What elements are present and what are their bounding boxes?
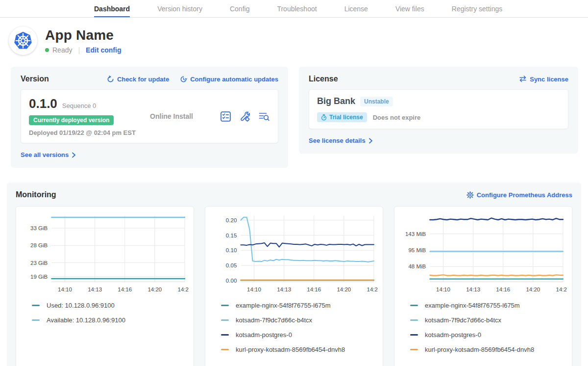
deploy-logs-icon xyxy=(258,111,270,122)
legend-color-dash xyxy=(410,319,418,321)
app-icon xyxy=(9,26,37,55)
see-license-details-link[interactable]: See license details xyxy=(309,137,373,144)
svg-text:14:16: 14:16 xyxy=(307,287,321,292)
chart-plot: 14:1014:1314:1614:2014:230.000.050.100.1… xyxy=(210,212,378,297)
chart-plot: 14:1014:1314:1614:2014:2348 MiB95 MiB143… xyxy=(399,212,567,297)
check-for-update-button[interactable]: Check for update xyxy=(107,76,169,83)
svg-text:14:20: 14:20 xyxy=(526,287,540,292)
svg-text:48 MiB: 48 MiB xyxy=(408,263,426,269)
refresh-icon xyxy=(107,76,114,83)
version-card-title: Version xyxy=(21,75,49,83)
legend-item: example-nginx-54f8f76755-l675m xyxy=(410,302,567,309)
ready-status-dot xyxy=(45,48,49,52)
svg-text:143 MiB: 143 MiB xyxy=(405,231,426,237)
svg-text:14:10: 14:10 xyxy=(247,287,261,292)
app-header: App Name Ready | Edit config xyxy=(9,26,577,55)
svg-text:19 GiB: 19 GiB xyxy=(30,274,48,280)
chevron-right-icon xyxy=(368,138,373,144)
legend-color-dash xyxy=(410,305,418,306)
legend-item: kurl-proxy-kotsadm-8569fb6454-dnvh8 xyxy=(410,346,567,353)
sync-license-button[interactable]: Sync license xyxy=(519,76,568,83)
schedule-update-icon xyxy=(180,76,187,83)
svg-text:14:13: 14:13 xyxy=(277,287,291,292)
license-card: License Sync license Big Bank Unstable xyxy=(299,67,578,154)
legend-label: kotsadm-postgres-0 xyxy=(236,331,292,339)
install-type: Online Install xyxy=(150,112,193,120)
svg-text:28 GiB: 28 GiB xyxy=(30,242,48,248)
tab-view-files[interactable]: View files xyxy=(395,0,424,17)
preflight-checks-button[interactable] xyxy=(220,111,231,122)
legend-item: example-nginx-54f8f76755-l675m xyxy=(221,302,378,309)
deployed-timestamp: Deployed 01/19/22 @ 02:04 pm EST xyxy=(29,129,143,136)
chart-line-kotsadm-postgres-0 xyxy=(430,218,563,220)
legend-label: kotsadm-postgres-0 xyxy=(425,331,481,339)
configure-automatic-updates-button[interactable]: Configure automatic updates xyxy=(180,76,278,83)
chart-title: Memory Usage xyxy=(399,361,567,366)
monitoring-section: Monitoring Configure Prometheus Address … xyxy=(7,183,581,366)
chart-card-memory-usage: 14:1014:1314:1614:2014:2348 MiB95 MiB143… xyxy=(394,206,572,366)
tab-dashboard[interactable]: Dashboard xyxy=(94,0,130,17)
svg-text:14:20: 14:20 xyxy=(337,287,351,292)
svg-text:0.20: 0.20 xyxy=(226,217,237,223)
monitoring-title: Monitoring xyxy=(16,190,56,199)
legend-item: kotsadm-postgres-0 xyxy=(410,331,567,339)
version-number: 0.1.0 xyxy=(29,96,57,111)
legend-color-dash xyxy=(221,349,229,350)
legend-label: kotsadm-7f9dc7d66c-b4tcx xyxy=(425,316,501,324)
sync-icon xyxy=(519,76,527,82)
legend-color-dash xyxy=(32,319,40,321)
tab-config[interactable]: Config xyxy=(230,0,249,17)
configure-prometheus-button[interactable]: Configure Prometheus Address xyxy=(466,191,572,199)
chart-legend: example-nginx-54f8f76755-l675mkotsadm-7f… xyxy=(210,302,378,361)
legend-color-dash xyxy=(410,334,418,336)
svg-text:14:10: 14:10 xyxy=(436,287,450,292)
tab-license[interactable]: License xyxy=(344,0,368,17)
view-deploy-logs-button[interactable] xyxy=(258,111,270,122)
chart-title: Disk Usage xyxy=(21,361,189,366)
svg-text:14:13: 14:13 xyxy=(466,287,480,292)
page-title: App Name xyxy=(45,27,121,43)
chart-card-disk-usage: 14:1014:1314:1614:2014:2319 GiB23 GiB28 … xyxy=(16,206,194,366)
legend-item: Used: 10.128.0.96:9100 xyxy=(32,302,189,309)
chevron-right-icon xyxy=(72,152,76,158)
legend-label: Available: 10.128.0.96:9100 xyxy=(47,316,125,324)
app-status: Ready xyxy=(52,46,72,54)
chart-legend: Used: 10.128.0.96:9100Available: 10.128.… xyxy=(21,302,189,331)
svg-text:14:23: 14:23 xyxy=(177,287,189,292)
svg-text:14:16: 14:16 xyxy=(496,287,510,292)
legend-color-dash xyxy=(221,319,229,321)
customer-name: Big Bank xyxy=(317,96,355,106)
legend-item: Available: 10.128.0.96:9100 xyxy=(32,316,189,324)
edit-config-link[interactable]: Edit config xyxy=(86,46,121,54)
tab-registry-settings[interactable]: Registry settings xyxy=(452,0,502,17)
svg-text:14:10: 14:10 xyxy=(58,287,72,292)
legend-label: kotsadm-7f9dc7d66c-b4tcx xyxy=(236,316,312,324)
edit-config-version-button[interactable] xyxy=(239,111,250,122)
tab-troubleshoot[interactable]: Troubleshoot xyxy=(277,0,317,17)
svg-text:14:20: 14:20 xyxy=(147,287,162,292)
chart-card-cpu-usage: 14:1014:1314:1614:2014:230.000.050.100.1… xyxy=(205,206,383,366)
svg-text:33 GiB: 33 GiB xyxy=(30,225,48,231)
svg-text:14:23: 14:23 xyxy=(556,287,567,292)
legend-color-dash xyxy=(410,349,418,350)
version-card: Version Check for update Configure autom… xyxy=(11,67,288,168)
top-nav: DashboardVersion historyConfigTroublesho… xyxy=(0,0,588,18)
svg-text:0.10: 0.10 xyxy=(226,247,237,253)
legend-label: example-nginx-54f8f76755-l675m xyxy=(425,302,520,309)
stopwatch-icon xyxy=(321,114,327,121)
see-all-versions-link[interactable]: See all versions xyxy=(21,151,76,158)
legend-item: kotsadm-postgres-0 xyxy=(221,331,378,339)
legend-label: kurl-proxy-kotsadm-8569fb6454-dnvh8 xyxy=(236,346,345,353)
license-card-title: License xyxy=(309,75,338,83)
svg-text:0.15: 0.15 xyxy=(226,233,237,238)
legend-label: kurl-proxy-kotsadm-8569fb6454-dnvh8 xyxy=(425,346,534,353)
legend-item: kurl-proxy-kotsadm-8569fb6454-dnvh8 xyxy=(221,346,378,353)
license-expiry: Does not expire xyxy=(373,114,421,121)
chart-line-kurl-proxy-kotsadm-8569fb6454-dnvh8 xyxy=(430,275,563,275)
legend-color-dash xyxy=(221,305,229,306)
divider: | xyxy=(78,46,80,54)
svg-text:95 MiB: 95 MiB xyxy=(408,247,426,253)
tab-version-history[interactable]: Version history xyxy=(157,0,202,17)
legend-item: kotsadm-7f9dc7d66c-b4tcx xyxy=(221,316,378,324)
legend-color-dash xyxy=(221,334,229,336)
